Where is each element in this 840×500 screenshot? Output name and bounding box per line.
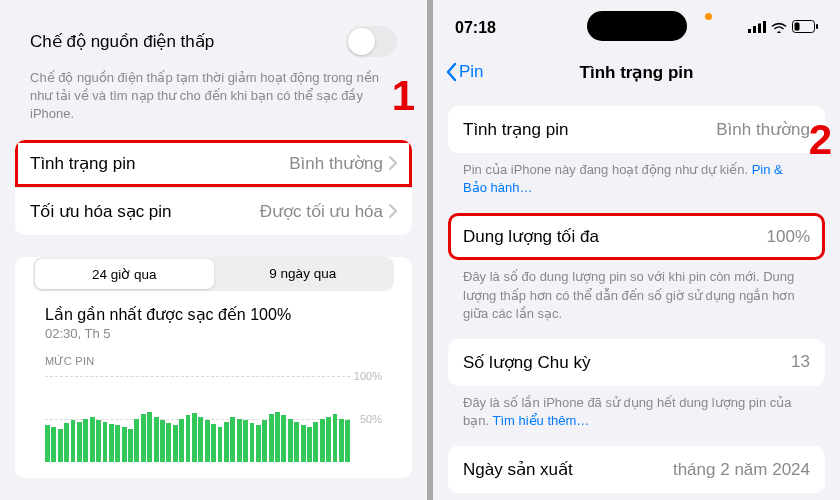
- chart-bar: [230, 417, 235, 462]
- back-label: Pin: [459, 62, 484, 82]
- chart-bar: [320, 419, 325, 462]
- chart-bar: [147, 412, 152, 462]
- max-capacity-row: Dung lượng tối đa 100%: [448, 213, 825, 260]
- low-power-switch[interactable]: [346, 26, 397, 57]
- chart-bar: [134, 419, 139, 462]
- chart-bar: [281, 415, 286, 461]
- max-capacity-label: Dung lượng tối đa: [463, 226, 599, 247]
- cycle-group: Số lượng Chu kỳ 13: [448, 339, 825, 386]
- chart-bar: [109, 424, 114, 462]
- low-power-mode-row[interactable]: Chế độ nguồn điện thấp: [0, 0, 427, 69]
- chart-bar: [333, 414, 338, 461]
- battery-condition-value: Bình thường: [289, 153, 383, 174]
- chart-bars: [45, 376, 350, 462]
- chart-bar: [115, 425, 120, 461]
- chart-bar: [198, 417, 203, 462]
- annotation-1: 1: [392, 72, 415, 120]
- chart-area: 100% 50%: [45, 376, 382, 462]
- svg-rect-0: [748, 29, 751, 33]
- chart-bar: [128, 429, 133, 462]
- chart-bar: [71, 420, 76, 461]
- cycle-value: 13: [791, 352, 810, 372]
- low-power-label: Chế độ nguồn điện thấp: [30, 31, 214, 52]
- svg-rect-2: [758, 24, 761, 34]
- cellular-icon: [748, 19, 766, 37]
- time-range-segmented[interactable]: 24 giờ qua 9 ngày qua: [33, 257, 394, 291]
- chart-bar: [77, 422, 82, 462]
- chart-bar: [141, 414, 146, 461]
- svg-rect-1: [753, 26, 756, 33]
- chart-bar: [294, 422, 299, 462]
- svg-rect-3: [763, 21, 766, 33]
- chart-bar: [103, 422, 108, 462]
- low-power-description: Chế độ nguồn điện thấp tạm thời giảm hoạ…: [0, 69, 427, 140]
- condition-group: Tình trạng pin Bình thường: [448, 106, 825, 153]
- chart-bar: [313, 422, 318, 462]
- chart-bar: [224, 422, 229, 462]
- chart-bar: [256, 425, 261, 461]
- condition-label: Tình trạng pin: [463, 119, 568, 140]
- svg-rect-6: [816, 24, 818, 29]
- chart-bar: [122, 427, 127, 461]
- grid-label-50: 50%: [360, 413, 382, 425]
- back-button[interactable]: Pin: [445, 62, 484, 82]
- chart-bar: [173, 425, 178, 461]
- battery-condition-label: Tình trạng pin: [30, 153, 135, 174]
- battery-condition-row[interactable]: Tình trạng pin Bình thường: [15, 140, 412, 187]
- nav-title: Tình trạng pin: [580, 62, 694, 83]
- condition-footer: Pin của iPhone này đang hoạt động như dự…: [433, 153, 840, 213]
- chart-caption: MỨC PIN: [45, 355, 382, 368]
- chart-bar: [192, 413, 197, 461]
- annotation-2: 2: [809, 116, 832, 164]
- chart-bar: [275, 412, 280, 462]
- chart-bar: [218, 427, 223, 461]
- chart-bar: [288, 419, 293, 462]
- last-charged-title: Lần gần nhất được sạc đến 100%: [45, 305, 382, 324]
- chart-bar: [96, 420, 101, 461]
- segment-9d[interactable]: 9 ngày qua: [214, 259, 393, 289]
- mfg-row: Ngày sản xuất tháng 2 năm 2024: [448, 446, 825, 493]
- mfg-label: Ngày sản xuất: [463, 459, 573, 480]
- mfg-group: Ngày sản xuất tháng 2 năm 2024: [448, 446, 825, 493]
- grid-label-100: 100%: [354, 370, 382, 382]
- chart-bar: [262, 420, 267, 461]
- segment-24h[interactable]: 24 giờ qua: [35, 259, 214, 289]
- chart-bar: [90, 417, 95, 462]
- battery-chart: Lần gần nhất được sạc đến 100% 02:30, Th…: [15, 305, 412, 462]
- cycle-footer: Đây là số lần iPhone đã sử dụng hết dung…: [433, 386, 840, 446]
- chart-bar: [160, 420, 165, 461]
- cycle-label: Số lượng Chu kỳ: [463, 352, 590, 373]
- chart-bar: [326, 417, 331, 462]
- chart-bar: [166, 423, 171, 462]
- battery-icon: [792, 19, 818, 37]
- chart-bar: [269, 414, 274, 461]
- max-capacity-group: Dung lượng tối đa 100%: [448, 213, 825, 260]
- optimize-value: Được tối ưu hóa: [260, 201, 383, 222]
- chart-bar: [237, 419, 242, 462]
- chart-bar: [205, 420, 210, 461]
- chart-bar: [64, 423, 69, 462]
- optimize-label: Tối ưu hóa sạc pin: [30, 201, 172, 222]
- battery-health-screen: 07:18 Pin Tình trạng pin 2 Tình trạng pi…: [433, 0, 840, 500]
- chevron-right-icon: [389, 156, 397, 170]
- chart-bar: [58, 429, 63, 462]
- condition-value: Bình thường: [716, 119, 810, 140]
- chart-bar: [186, 415, 191, 461]
- chart-bar: [243, 420, 248, 461]
- chart-bar: [45, 425, 50, 461]
- chart-bar: [301, 425, 306, 461]
- chart-bar: [83, 419, 88, 462]
- usage-chart-group: 24 giờ qua 9 ngày qua Lần gần nhất được …: [15, 257, 412, 478]
- svg-rect-5: [795, 23, 800, 31]
- dynamic-island: [587, 11, 687, 41]
- battery-settings-screen: Chế độ nguồn điện thấp Chế độ nguồn điện…: [0, 0, 427, 500]
- chart-bar: [345, 420, 350, 461]
- chevron-right-icon: [389, 204, 397, 218]
- mfg-value: tháng 2 năm 2024: [673, 460, 810, 480]
- chart-bar: [211, 424, 216, 462]
- status-time: 07:18: [455, 19, 496, 37]
- learn-more-link[interactable]: Tìm hiểu thêm…: [492, 413, 589, 428]
- optimize-charging-row[interactable]: Tối ưu hóa sạc pin Được tối ưu hóa: [15, 187, 412, 235]
- condition-row: Tình trạng pin Bình thường: [448, 106, 825, 153]
- recording-indicator-icon: [705, 13, 712, 20]
